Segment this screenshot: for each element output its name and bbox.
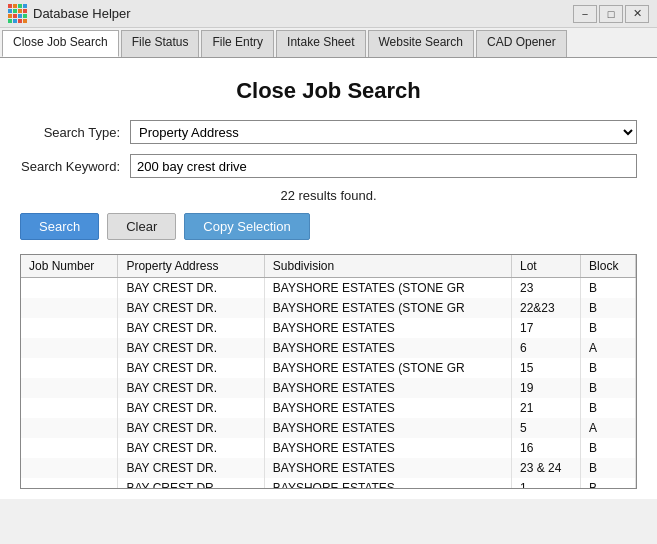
search-button[interactable]: Search	[20, 213, 99, 240]
copy-selection-button[interactable]: Copy Selection	[184, 213, 309, 240]
cell-job-number	[21, 278, 118, 299]
cell-address: BAY CREST DR.	[118, 458, 264, 478]
cell-subdivision: BAYSHORE ESTATES (STONE GR	[264, 298, 511, 318]
cell-block: B	[581, 398, 636, 418]
search-type-row: Search Type: Property Address	[20, 120, 637, 144]
cell-block: B	[581, 378, 636, 398]
cell-subdivision: BAYSHORE ESTATES	[264, 438, 511, 458]
cell-job-number	[21, 438, 118, 458]
table-row[interactable]: BAY CREST DR. BAYSHORE ESTATES (STONE GR…	[21, 358, 636, 378]
cell-lot: 6	[512, 338, 581, 358]
tab-intake-sheet[interactable]: Intake Sheet	[276, 30, 365, 57]
table-header-row: Job Number Property Address Subdivision …	[21, 255, 636, 278]
tab-file-status[interactable]: File Status	[121, 30, 200, 57]
cell-block: B	[581, 438, 636, 458]
cell-block: B	[581, 358, 636, 378]
col-block: Block	[581, 255, 636, 278]
minimize-button[interactable]: −	[573, 5, 597, 23]
cell-lot: 1	[512, 478, 581, 489]
cell-job-number	[21, 378, 118, 398]
cell-address: BAY CREST DR.	[118, 378, 264, 398]
cell-lot: 23 & 24	[512, 458, 581, 478]
search-type-select[interactable]: Property Address	[130, 120, 637, 144]
app-icon	[8, 4, 27, 23]
cell-subdivision: BAYSHORE ESTATES	[264, 378, 511, 398]
search-keyword-label: Search Keyword:	[20, 159, 130, 174]
col-property-address: Property Address	[118, 255, 264, 278]
cell-block: B	[581, 298, 636, 318]
tab-bar: Close Job Search File Status File Entry …	[0, 28, 657, 58]
cell-job-number	[21, 318, 118, 338]
cell-subdivision: BAYSHORE ESTATES	[264, 398, 511, 418]
cell-block: B	[581, 278, 636, 299]
main-content: Close Job Search Search Type: Property A…	[0, 58, 657, 499]
cell-job-number	[21, 358, 118, 378]
results-table-container[interactable]: Job Number Property Address Subdivision …	[20, 254, 637, 489]
cell-address: BAY CREST DR.	[118, 278, 264, 299]
cell-job-number	[21, 458, 118, 478]
cell-block: B	[581, 458, 636, 478]
tab-file-entry[interactable]: File Entry	[201, 30, 274, 57]
close-button[interactable]: ✕	[625, 5, 649, 23]
search-type-label: Search Type:	[20, 125, 130, 140]
table-row[interactable]: BAY CREST DR. BAYSHORE ESTATES 17 B	[21, 318, 636, 338]
cell-lot: 5	[512, 418, 581, 438]
search-keyword-input[interactable]	[130, 154, 637, 178]
window-controls: − □ ✕	[573, 5, 649, 23]
cell-lot: 17	[512, 318, 581, 338]
search-keyword-row: Search Keyword:	[20, 154, 637, 178]
table-row[interactable]: BAY CREST DR. BAYSHORE ESTATES (STONE GR…	[21, 278, 636, 299]
cell-lot: 22&23	[512, 298, 581, 318]
cell-job-number	[21, 298, 118, 318]
cell-address: BAY CREST DR.	[118, 358, 264, 378]
button-row: Search Clear Copy Selection	[20, 213, 637, 240]
cell-address: BAY CREST DR.	[118, 478, 264, 489]
cell-lot: 23	[512, 278, 581, 299]
table-row[interactable]: BAY CREST DR. BAYSHORE ESTATES 6 A	[21, 338, 636, 358]
cell-subdivision: BAYSHORE ESTATES (STONE GR	[264, 278, 511, 299]
cell-address: BAY CREST DR.	[118, 338, 264, 358]
cell-address: BAY CREST DR.	[118, 438, 264, 458]
cell-address: BAY CREST DR.	[118, 318, 264, 338]
cell-lot: 21	[512, 398, 581, 418]
window-title: Database Helper	[33, 6, 131, 21]
cell-subdivision: BAYSHORE ESTATES (STONE GR	[264, 358, 511, 378]
table-row[interactable]: BAY CREST DR. BAYSHORE ESTATES (STONE GR…	[21, 298, 636, 318]
tab-website-search[interactable]: Website Search	[368, 30, 475, 57]
col-subdivision: Subdivision	[264, 255, 511, 278]
title-bar: Database Helper − □ ✕	[0, 0, 657, 28]
table-row[interactable]: BAY CREST DR. BAYSHORE ESTATES 19 B	[21, 378, 636, 398]
cell-job-number	[21, 418, 118, 438]
cell-address: BAY CREST DR.	[118, 298, 264, 318]
cell-block: B	[581, 478, 636, 489]
col-job-number: Job Number	[21, 255, 118, 278]
table-row[interactable]: BAY CREST DR. BAYSHORE ESTATES 5 A	[21, 418, 636, 438]
table-row[interactable]: BAY CREST DR. BAYSHORE ESTATES 1 B	[21, 478, 636, 489]
cell-lot: 16	[512, 438, 581, 458]
cell-address: BAY CREST DR.	[118, 418, 264, 438]
page-title: Close Job Search	[20, 78, 637, 104]
cell-job-number	[21, 338, 118, 358]
cell-subdivision: BAYSHORE ESTATES	[264, 478, 511, 489]
table-row[interactable]: BAY CREST DR. BAYSHORE ESTATES 21 B	[21, 398, 636, 418]
cell-block: A	[581, 418, 636, 438]
cell-address: BAY CREST DR.	[118, 398, 264, 418]
cell-job-number	[21, 478, 118, 489]
cell-lot: 15	[512, 358, 581, 378]
maximize-button[interactable]: □	[599, 5, 623, 23]
col-lot: Lot	[512, 255, 581, 278]
clear-button[interactable]: Clear	[107, 213, 176, 240]
tab-close-job-search[interactable]: Close Job Search	[2, 30, 119, 57]
cell-subdivision: BAYSHORE ESTATES	[264, 458, 511, 478]
cell-subdivision: BAYSHORE ESTATES	[264, 418, 511, 438]
cell-block: B	[581, 318, 636, 338]
results-table: Job Number Property Address Subdivision …	[21, 255, 636, 489]
cell-subdivision: BAYSHORE ESTATES	[264, 318, 511, 338]
table-row[interactable]: BAY CREST DR. BAYSHORE ESTATES 16 B	[21, 438, 636, 458]
table-row[interactable]: BAY CREST DR. BAYSHORE ESTATES 23 & 24 B	[21, 458, 636, 478]
cell-subdivision: BAYSHORE ESTATES	[264, 338, 511, 358]
cell-lot: 19	[512, 378, 581, 398]
cell-block: A	[581, 338, 636, 358]
cell-job-number	[21, 398, 118, 418]
tab-cad-opener[interactable]: CAD Opener	[476, 30, 567, 57]
